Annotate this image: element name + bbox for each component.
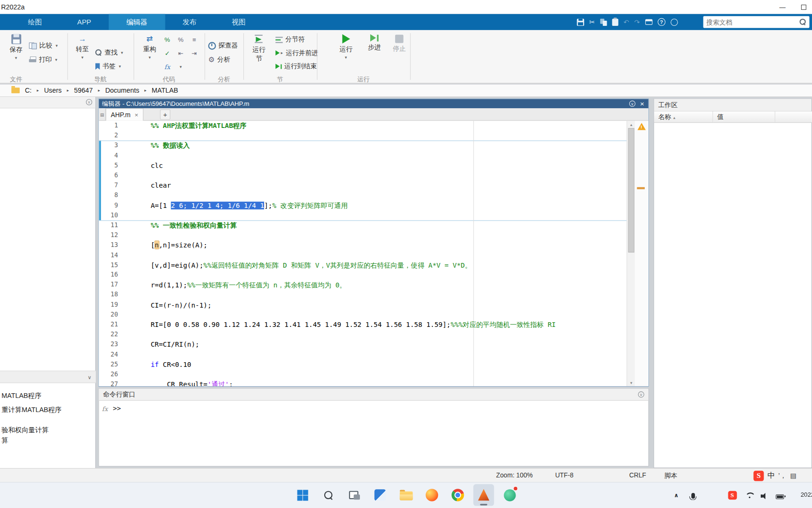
- code-line[interactable]: 10: [99, 210, 626, 220]
- code-line[interactable]: 2: [99, 131, 626, 141]
- workspace-column-name[interactable]: 名称▴: [654, 111, 713, 123]
- find-button[interactable]: 查找 ▼: [95, 47, 124, 57]
- line-number[interactable]: 4: [99, 151, 124, 160]
- code-line[interactable]: 8: [99, 190, 626, 200]
- details-header[interactable]: [0, 371, 96, 383]
- insert-function-button[interactable]: fx: [162, 61, 173, 72]
- workspace-header[interactable]: 工作区: [654, 99, 812, 111]
- uncomment-button[interactable]: %: [175, 34, 186, 46]
- firefox-button[interactable]: [422, 484, 442, 506]
- ime-language-indicator[interactable]: 中: [767, 471, 774, 480]
- undo-icon[interactable]: ↶: [624, 19, 629, 25]
- section-break-button[interactable]: 分节符: [275, 34, 304, 45]
- code-line[interactable]: 5clc: [99, 160, 626, 170]
- workspace-column-value[interactable]: 值: [713, 111, 775, 123]
- paste-icon[interactable]: [612, 18, 618, 25]
- breadcrumb-item[interactable]: Documents: [105, 87, 140, 95]
- analyze-button[interactable]: ⚙ 分析: [208, 55, 230, 65]
- increase-indent-button[interactable]: ⇥: [188, 48, 200, 59]
- scroll-up-icon[interactable]: ▲: [627, 121, 636, 128]
- code-line[interactable]: 14: [99, 250, 626, 260]
- code-line[interactable]: 23CR=CI/RI(n);: [99, 340, 626, 349]
- breadcrumb-item[interactable]: 59647: [73, 87, 93, 95]
- warning-marker[interactable]: [637, 187, 645, 189]
- sogou-logo[interactable]: S: [753, 470, 764, 481]
- code-line[interactable]: 20: [99, 310, 626, 320]
- code-line[interactable]: 22: [99, 330, 626, 340]
- line-number[interactable]: 18: [99, 290, 124, 300]
- command-window[interactable]: 命令行窗口 fx >>: [98, 388, 648, 466]
- tab-close-icon[interactable]: ×: [135, 111, 139, 118]
- bookmark-button[interactable]: 书签 ▼: [95, 61, 122, 71]
- tray-mic-button[interactable]: [688, 491, 698, 501]
- tab-编辑器[interactable]: 编辑器: [109, 14, 165, 30]
- cut-icon[interactable]: ✂: [589, 19, 595, 25]
- start-button[interactable]: [292, 484, 313, 506]
- breadcrumb-item[interactable]: MATLAB: [151, 87, 179, 95]
- code-line[interactable]: 16: [99, 270, 626, 280]
- code-line[interactable]: 27 CR_Result='通过';: [99, 380, 626, 386]
- line-number[interactable]: 27: [99, 380, 124, 386]
- stop-button[interactable]: 停止: [387, 35, 411, 54]
- redo-icon[interactable]: ↷: [634, 19, 640, 25]
- line-number[interactable]: 1: [99, 121, 124, 131]
- line-number[interactable]: 7: [99, 181, 124, 190]
- taskbar-search-button[interactable]: [318, 484, 339, 506]
- tab-list-button[interactable]: ▤: [99, 108, 105, 120]
- line-number[interactable]: 26: [99, 370, 124, 380]
- tab-发布[interactable]: 发布: [165, 14, 214, 30]
- run-to-end-button[interactable]: 运行到结束: [275, 61, 317, 71]
- file-explorer-button[interactable]: [396, 484, 416, 506]
- editor-tab-ahp[interactable]: AHP.m ×: [106, 108, 143, 120]
- compare-button[interactable]: 比较 ▼: [29, 40, 59, 51]
- task-view-button[interactable]: [344, 484, 365, 506]
- code-line[interactable]: 24: [99, 349, 626, 359]
- maximize-button[interactable]: [795, 0, 812, 14]
- save-icon[interactable]: [577, 18, 584, 25]
- code-line[interactable]: 11%% 一致性检验和权向量计算: [99, 220, 626, 230]
- layout-icon[interactable]: [645, 19, 652, 25]
- line-number[interactable]: 8: [99, 190, 124, 200]
- code-line[interactable]: 17r=d(1,1);%%一致矩阵有一个特征值为 n，其余特征值均为 0。: [99, 280, 626, 290]
- code-line[interactable]: 18: [99, 290, 626, 300]
- tray-volume-button[interactable]: [759, 491, 770, 501]
- code-line[interactable]: 12: [99, 230, 626, 240]
- matlab-taskbar-button[interactable]: [473, 484, 494, 506]
- line-number[interactable]: 21: [99, 320, 124, 330]
- goto-button[interactable]: → 转至 ▼: [70, 34, 94, 59]
- run-and-advance-button[interactable]: ▼ 运行并前进: [275, 48, 318, 58]
- line-number[interactable]: 10: [99, 210, 124, 220]
- ime-menu-icon[interactable]: ▤: [790, 472, 797, 480]
- chrome-button[interactable]: [447, 484, 468, 506]
- tab-APP[interactable]: APP: [60, 14, 109, 30]
- panel-menu-icon[interactable]: [86, 99, 92, 105]
- command-window-menu-icon[interactable]: [638, 391, 644, 397]
- line-number[interactable]: 15: [99, 260, 124, 270]
- scroll-down-icon[interactable]: ▼: [627, 379, 636, 386]
- line-number[interactable]: 23: [99, 340, 124, 349]
- smart-indent-button[interactable]: ✓: [162, 48, 173, 59]
- line-number[interactable]: 19: [99, 300, 124, 310]
- line-number[interactable]: 3: [99, 141, 124, 151]
- editor-close-icon[interactable]: ×: [640, 101, 644, 107]
- code-line[interactable]: 13[n,n]=size(A);: [99, 240, 626, 250]
- editor-titlebar[interactable]: 编辑器 - C:\Users\59647\Documents\MATLAB\AH…: [99, 99, 648, 108]
- line-number[interactable]: 24: [99, 349, 124, 359]
- line-number[interactable]: 2: [99, 131, 124, 141]
- run-button[interactable]: 运行 ▼: [334, 34, 358, 59]
- code-line[interactable]: 1%% AHP法权重计算MATLAB程序: [99, 121, 626, 131]
- code-line[interactable]: 7clear: [99, 181, 626, 190]
- search-icon[interactable]: [800, 19, 806, 25]
- line-number[interactable]: 6: [99, 171, 124, 181]
- comment-button[interactable]: %: [162, 34, 173, 46]
- widgets-button[interactable]: [370, 484, 390, 506]
- run-section-button[interactable]: 运行节: [249, 34, 269, 64]
- vertical-scrollbar[interactable]: ▲ ▼: [626, 121, 635, 386]
- code-line[interactable]: 19CI=(r-n)/(n-1);: [99, 300, 626, 310]
- command-prompt[interactable]: >>: [113, 405, 121, 413]
- code-editor-area[interactable]: 1%% AHP法权重计算MATLAB程序23%% 数据读入45clc67clea…: [99, 121, 648, 386]
- code-line[interactable]: 15[v,d]=eig(A);%%返回特征值的对角矩阵 D 和矩阵 V，V其列是…: [99, 260, 626, 270]
- search-documentation-box[interactable]: [703, 16, 810, 28]
- help-icon[interactable]: ?: [657, 18, 665, 26]
- tray-battery-button[interactable]: [774, 492, 786, 501]
